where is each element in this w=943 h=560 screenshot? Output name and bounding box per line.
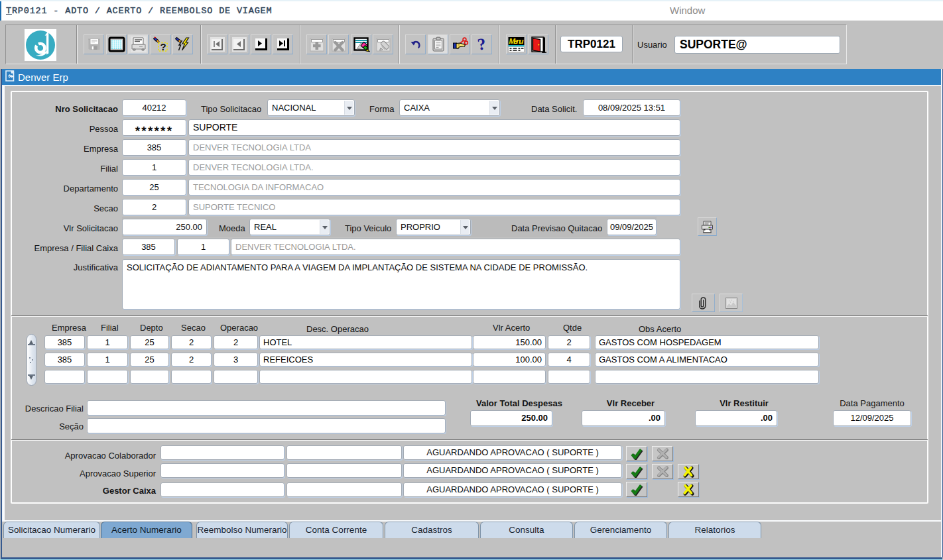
- svg-text:Menu: Menu: [509, 37, 524, 45]
- svg-text:?: ?: [160, 41, 166, 52]
